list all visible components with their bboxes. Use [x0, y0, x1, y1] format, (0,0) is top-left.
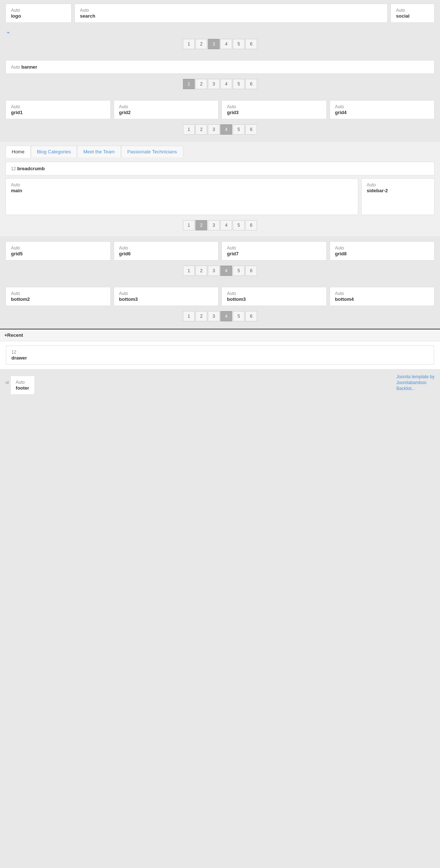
- grid6-module: Auto grid6: [114, 241, 219, 260]
- footer-link-1[interactable]: Joomla template by: [396, 374, 434, 379]
- grid-mid-page-btn-3[interactable]: 3: [208, 266, 220, 276]
- page-btn-6[interactable]: 6: [245, 39, 257, 49]
- banner-pagination: 1 2 3 4 5 6: [6, 77, 434, 91]
- page-btn-4[interactable]: 4: [220, 39, 232, 49]
- grid-bot-page-btn-3[interactable]: 3: [208, 311, 220, 321]
- grid-top-section: Auto grid1 Auto grid2 Auto grid3 Auto gr…: [0, 96, 440, 141]
- grid-top-page-btn-1[interactable]: 1: [183, 124, 195, 135]
- tab-passionate-technicians[interactable]: Passionate Technicians: [121, 146, 183, 157]
- grid-bottom-row: Auto bottom2 Auto bottom3 Auto bottom3 A…: [6, 287, 434, 306]
- banner-page-btn-5[interactable]: 5: [233, 79, 245, 89]
- tabs-row: Home Blog Categories Meet the Team Passi…: [6, 146, 434, 157]
- footer-section: ut Auto footer Joomla template by Joomla…: [0, 371, 440, 398]
- drawer-module: 12 drawer: [6, 346, 434, 365]
- bottom4-module: Auto bottom4: [330, 287, 435, 306]
- tab-home[interactable]: Home: [6, 146, 31, 158]
- banner-page-btn-6[interactable]: 6: [245, 79, 257, 89]
- grid-bot-page-btn-1[interactable]: 1: [183, 311, 195, 321]
- sidebar-auto-label: Auto: [367, 182, 429, 187]
- breadcrumb-name-label: breadcrumb: [17, 166, 45, 171]
- footer-link-3[interactable]: Backlist...: [396, 386, 434, 391]
- grid5-auto-label: Auto: [11, 245, 105, 251]
- footer-module: Auto footer: [10, 376, 35, 395]
- grid4-module: Auto grid4: [330, 100, 435, 119]
- banner-name-label: banner: [21, 64, 37, 70]
- banner-module: Auto banner: [6, 60, 434, 74]
- grid-mid-page-btn-6[interactable]: 6: [245, 266, 257, 276]
- grid-top-page-btn-6[interactable]: 6: [245, 124, 257, 135]
- grid4-name-label: grid4: [335, 110, 429, 115]
- grid-top-row: Auto grid1 Auto grid2 Auto grid3 Auto gr…: [6, 100, 434, 119]
- grid-bot-page-btn-2[interactable]: 2: [195, 311, 207, 321]
- page-btn-3[interactable]: 3: [208, 39, 220, 49]
- grid4-auto-label: Auto: [335, 104, 429, 109]
- bottom2-name-label: bottom2: [11, 296, 105, 302]
- tab-meet-the-team[interactable]: Meet the Team: [77, 146, 121, 157]
- grid-mid-page-btn-5[interactable]: 5: [233, 266, 245, 276]
- drawer-number: 12: [11, 350, 429, 355]
- grid-middle-row: Auto grid5 Auto grid6 Auto grid7 Auto gr…: [6, 241, 434, 260]
- grid-middle-pagination: 1 2 3 4 5 6: [6, 263, 434, 278]
- grid1-module: Auto grid1: [6, 100, 111, 119]
- bottom4-name-label: bottom4: [335, 296, 429, 302]
- grid-bot-page-btn-6[interactable]: 6: [245, 311, 257, 321]
- drawer-name-label: drawer: [11, 355, 429, 361]
- grid-bottom-section: Auto bottom2 Auto bottom3 Auto bottom3 A…: [0, 283, 440, 327]
- search-module: Auto search: [74, 4, 388, 23]
- bottom3a-name-label: bottom3: [119, 296, 213, 302]
- banner-page-btn-3[interactable]: 3: [208, 79, 220, 89]
- main-page-btn-2[interactable]: 2: [195, 220, 207, 230]
- grid2-auto-label: Auto: [119, 104, 213, 109]
- grid-top-page-btn-5[interactable]: 5: [233, 124, 245, 135]
- grid7-name-label: grid7: [227, 251, 321, 256]
- grid-top-page-btn-3[interactable]: 3: [208, 124, 220, 135]
- main-page-btn-4[interactable]: 4: [220, 220, 232, 230]
- page-btn-5[interactable]: 5: [233, 39, 245, 49]
- footer-links: Joomla template by Joomlabamboo Backlist…: [396, 374, 434, 391]
- banner-page-btn-1[interactable]: 1: [183, 79, 195, 89]
- main-module: Auto main: [6, 178, 358, 215]
- page-btn-1[interactable]: 1: [183, 39, 195, 49]
- banner-auto-label: Auto: [11, 65, 20, 70]
- grid5-name-label: grid5: [11, 251, 105, 256]
- main-page-btn-5[interactable]: 5: [233, 220, 245, 230]
- grid3-name-label: grid3: [227, 110, 321, 115]
- grid-mid-page-btn-4[interactable]: 4: [220, 266, 232, 276]
- banner-page-btn-2[interactable]: 2: [195, 79, 207, 89]
- grid-mid-page-btn-1[interactable]: 1: [183, 266, 195, 276]
- bottom4-auto-label: Auto: [335, 291, 429, 296]
- footer-auto-label: Auto: [16, 380, 29, 385]
- grid-top-page-btn-4[interactable]: 4: [220, 124, 232, 135]
- main-name-label: main: [11, 188, 353, 193]
- grid8-module: Auto grid8: [330, 241, 435, 260]
- main-page-btn-3[interactable]: 3: [208, 220, 220, 230]
- grid2-module: Auto grid2: [114, 100, 219, 119]
- social-name-label: social: [396, 13, 429, 19]
- bottom2-module: Auto bottom2: [6, 287, 111, 306]
- grid8-auto-label: Auto: [335, 245, 429, 251]
- breadcrumb-number: 12: [11, 166, 16, 171]
- chevron-down-icon[interactable]: ⌄: [6, 26, 11, 37]
- page-btn-2[interactable]: 2: [195, 39, 207, 49]
- footer-link-2[interactable]: Joomlabamboo: [396, 380, 434, 385]
- main-page-btn-6[interactable]: 6: [245, 220, 257, 230]
- grid2-name-label: grid2: [119, 110, 213, 115]
- grid-mid-page-btn-2[interactable]: 2: [195, 266, 207, 276]
- grid5-module: Auto grid5: [6, 241, 111, 260]
- grid-top-page-btn-2[interactable]: 2: [195, 124, 207, 135]
- main-page-btn-1[interactable]: 1: [183, 220, 195, 230]
- grid-bot-page-btn-4[interactable]: 4: [220, 311, 232, 321]
- tab-blog-categories[interactable]: Blog Categories: [31, 146, 77, 157]
- bottom3b-module: Auto bottom3: [221, 287, 327, 306]
- header-section: Auto logo Auto search Auto social ⌄ 1 2 …: [0, 0, 440, 55]
- grid6-auto-label: Auto: [119, 245, 213, 251]
- grid8-name-label: grid8: [335, 251, 429, 256]
- grid-bot-page-btn-5[interactable]: 5: [233, 311, 245, 321]
- grid3-auto-label: Auto: [227, 104, 321, 109]
- logo-name-label: logo: [11, 13, 66, 19]
- banner-page-btn-4[interactable]: 4: [220, 79, 232, 89]
- recent-header[interactable]: +Recent: [0, 329, 440, 341]
- social-auto-label: Auto: [396, 8, 429, 13]
- grid3-module: Auto grid3: [221, 100, 327, 119]
- grid1-auto-label: Auto: [11, 104, 105, 109]
